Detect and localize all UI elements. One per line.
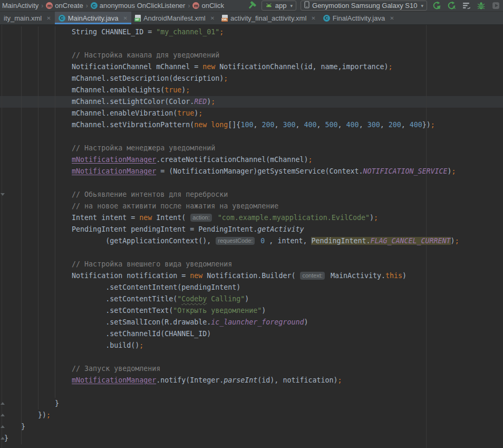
code-line-12: mNotificationManager.createNotificationC… — [0, 154, 503, 166]
editor-tab-bar: ity_main.xml✕CMainActivity.java✕MFAndroi… — [0, 12, 503, 25]
tab-label: MainActivity.java — [68, 14, 119, 22]
code-token: ) — [245, 295, 249, 303]
code-token: = (NotificationManager)getSystemService(… — [156, 167, 363, 175]
code-token: ) — [304, 318, 308, 326]
code-token: }) — [422, 121, 431, 129]
code-line-19: (getApplicationContext(), requestCode: 0… — [0, 235, 503, 247]
code-token: this — [385, 272, 402, 280]
code-token: ; — [389, 63, 393, 71]
parameter-hint: action: — [190, 214, 211, 222]
code-line-10 — [0, 131, 503, 142]
code-token: ; — [337, 376, 342, 384]
code-line-8: mChannel.enableVibration(true); — [0, 108, 503, 119]
code-token: .createNotificationChannel(mChannel) — [156, 156, 308, 164]
code-line-15: // Обьявление интентов для переброски — [0, 189, 503, 201]
tab-activity_final_acttivity-xml[interactable]: XMLactivity_final_acttivity.xml✕ — [218, 12, 320, 24]
code-token: .notify(Integer. — [156, 376, 224, 384]
apply-changes-icon[interactable] — [431, 1, 442, 11]
method-icon: m — [192, 2, 199, 9]
profiler-icon[interactable] — [461, 1, 471, 11]
code-token: // Настройка канала для уведомлений — [72, 51, 219, 59]
code-token: .setContentIntent(pendingIntent) — [105, 283, 240, 291]
code-token: mNotificationManager — [72, 167, 156, 175]
code-line-32 — [0, 386, 503, 398]
code-line-24: .setContentTitle("Codeby Calling") — [0, 293, 503, 305]
code-token: .setContentText( — [105, 307, 173, 314]
code-token: mChannel.enableVibration( — [72, 109, 177, 117]
navigation-bar: MainActivity›monCreate›Canonymous OnClic… — [0, 0, 503, 12]
breadcrumb-item-oncreate[interactable]: monCreate — [45, 2, 84, 9]
code-token — [214, 214, 218, 222]
fold-marker-icon[interactable] — [1, 402, 5, 405]
code-token: 100 — [240, 121, 253, 129]
layout-xml-file-icon: XML — [222, 15, 228, 22]
code-token: , — [296, 121, 304, 129]
tab-MainActivity-java[interactable]: CMainActivity.java✕ — [55, 12, 131, 24]
build-hammer-icon[interactable] — [247, 1, 257, 11]
tab-close-icon[interactable]: ✕ — [210, 15, 215, 21]
breadcrumb-item-mainactivity[interactable]: MainActivity — [1, 2, 40, 9]
tab-close-icon[interactable]: ✕ — [390, 15, 394, 21]
java-class-icon: C — [323, 15, 330, 22]
code-token: , — [359, 121, 367, 129]
apply-code-changes-icon[interactable]: A — [446, 1, 457, 11]
breadcrumb-label: MainActivity — [2, 2, 38, 9]
code-token: .build() — [105, 341, 139, 349]
tab-close-icon[interactable]: ✕ — [311, 15, 315, 21]
breadcrumb-item-anonymous-onclicklistener[interactable]: Canonymous OnClickListener — [90, 2, 187, 9]
code-token: new — [139, 214, 152, 222]
breadcrumb-separator: › — [186, 2, 191, 9]
breadcrumb-item-onclick[interactable]: monClick — [191, 2, 225, 9]
code-token: , — [253, 121, 262, 129]
attach-debugger-icon[interactable] — [490, 1, 501, 11]
code-token: 300 — [367, 121, 380, 129]
code-area[interactable]: String CHANNEL_ID = "my_channel_01"; // … — [0, 26, 503, 444]
tab-FinalActtivity-java[interactable]: CFinalActtivity.java✕ — [320, 12, 398, 24]
code-token: ; — [431, 121, 435, 129]
code-token: "Открыть уведомление" — [173, 307, 262, 314]
code-token: mNotificationManager — [72, 376, 156, 384]
fold-marker-icon[interactable] — [1, 414, 5, 416]
breadcrumb-label: anonymous OnClickListener — [100, 2, 186, 9]
code-token: parseInt — [224, 376, 257, 384]
code-line-5: mChannel.setDescription(description); — [0, 73, 503, 84]
fold-marker-icon[interactable] — [1, 437, 5, 440]
code-line-13: mNotificationManager = (NotificationMana… — [0, 166, 503, 177]
code-token: Codeby — [181, 295, 207, 303]
code-token: "my_channel_01" — [156, 28, 219, 36]
code-line-22: Notification notification = new Notifica… — [0, 270, 503, 282]
tab-close-icon[interactable]: ✕ — [123, 15, 127, 21]
fold-marker-icon[interactable] — [1, 425, 5, 428]
code-token: .setSmallIcon(R.drawable. — [105, 318, 211, 326]
code-token: true — [177, 109, 194, 117]
tab-ity_main-xml[interactable]: ity_main.xml✕ — [0, 12, 55, 24]
tab-AndroidManifest-xml[interactable]: MFAndroidManifest.xml✕ — [131, 12, 218, 24]
code-token: , — [317, 121, 325, 129]
tab-label: activity_final_acttivity.xml — [230, 14, 306, 22]
code-token: PendingIntent. — [311, 237, 370, 245]
tab-close-icon[interactable]: ✕ — [46, 15, 51, 21]
code-token: "com.example.myapplication.EvilCode" — [218, 214, 370, 222]
breadcrumb-separator: › — [40, 2, 45, 9]
class-icon: C — [91, 2, 98, 9]
code-token: mNotificationManager — [72, 156, 156, 164]
code-token: // Запуск уведомления — [72, 365, 160, 373]
run-configuration-label: app — [275, 2, 287, 9]
code-token: 400 — [410, 121, 422, 129]
code-token: (getApplicationContext(), — [105, 237, 215, 245]
svg-text:A: A — [452, 5, 456, 10]
code-token: // на новое активити после нажатия на ув… — [72, 202, 278, 210]
code-editor[interactable]: String CHANNEL_ID = "my_channel_01"; // … — [0, 25, 503, 448]
code-token: FLAG_CANCEL_CURRENT — [371, 237, 451, 245]
device-select[interactable]: Genymotion Samsung Galaxy S10 ▾ — [301, 1, 427, 11]
debug-icon[interactable] — [476, 1, 486, 11]
code-token: Intent intent = — [72, 214, 139, 222]
code-token: MainActivity. — [326, 272, 385, 280]
code-line-23: .setContentIntent(pendingIntent) — [0, 282, 503, 293]
code-token: } — [21, 423, 25, 431]
fold-marker-icon[interactable] — [1, 193, 5, 196]
run-configuration-select[interactable]: app ▾ — [262, 1, 296, 11]
code-line-36: } — [0, 433, 503, 444]
code-line-33: } — [0, 398, 503, 409]
tab-label: AndroidManifest.xml — [143, 14, 206, 22]
